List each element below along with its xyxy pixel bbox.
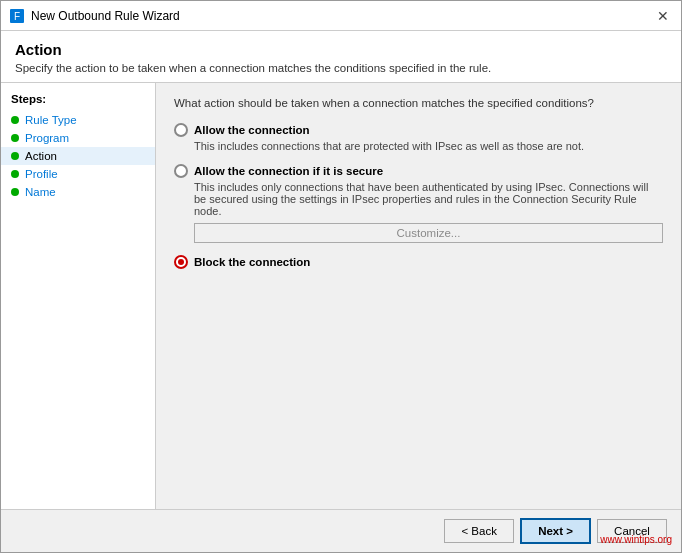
sidebar-item-program[interactable]: Program xyxy=(1,129,155,147)
title-bar-left: F New Outbound Rule Wizard xyxy=(9,8,180,24)
option-allow-secure-row: Allow the connection if it is secure xyxy=(174,164,663,178)
sidebar-label-rule-type: Rule Type xyxy=(25,114,77,126)
step-dot-name xyxy=(11,188,19,196)
radio-block[interactable] xyxy=(174,255,188,269)
main-content: Steps: Rule Type Program Action Profile xyxy=(1,83,681,509)
radio-allow-secure[interactable] xyxy=(174,164,188,178)
option-block: Block the connection xyxy=(174,255,663,272)
wizard-icon: F xyxy=(9,8,25,24)
page-title: Action xyxy=(15,41,667,58)
page-description: Specify the action to be taken when a co… xyxy=(15,62,667,74)
footer: < Back Next > Cancel xyxy=(1,509,681,552)
option-group: Allow the connection This includes conne… xyxy=(174,123,663,272)
option-allow-secure: Allow the connection if it is secure Thi… xyxy=(174,164,663,243)
title-bar: F New Outbound Rule Wizard ✕ xyxy=(1,1,681,31)
sidebar-label-program: Program xyxy=(25,132,69,144)
option-allow-secure-label: Allow the connection if it is secure xyxy=(194,165,383,177)
step-dot-action xyxy=(11,152,19,160)
next-button[interactable]: Next > xyxy=(520,518,591,544)
question-text: What action should be taken when a conne… xyxy=(174,97,663,109)
back-button[interactable]: < Back xyxy=(444,519,514,543)
steps-label: Steps: xyxy=(1,93,155,111)
page-header: Action Specify the action to be taken wh… xyxy=(1,31,681,83)
cancel-button[interactable]: Cancel xyxy=(597,519,667,543)
option-allow-label: Allow the connection xyxy=(194,124,310,136)
sidebar-label-name: Name xyxy=(25,186,56,198)
window-title: New Outbound Rule Wizard xyxy=(31,9,180,23)
option-allow-desc: This includes connections that are prote… xyxy=(194,140,663,152)
sidebar-item-action[interactable]: Action xyxy=(1,147,155,165)
content-area: What action should be taken when a conne… xyxy=(156,83,681,509)
option-block-label: Block the connection xyxy=(194,256,310,268)
option-allow-row: Allow the connection xyxy=(174,123,663,137)
option-block-row: Block the connection xyxy=(174,255,663,269)
sidebar-item-rule-type[interactable]: Rule Type xyxy=(1,111,155,129)
step-dot-program xyxy=(11,134,19,142)
option-allow: Allow the connection This includes conne… xyxy=(174,123,663,152)
wizard-window: F New Outbound Rule Wizard ✕ Action Spec… xyxy=(0,0,682,553)
step-dot-profile xyxy=(11,170,19,178)
sidebar-label-action: Action xyxy=(25,150,57,162)
option-allow-secure-desc: This includes only connections that have… xyxy=(194,181,663,217)
sidebar-item-name[interactable]: Name xyxy=(1,183,155,201)
sidebar: Steps: Rule Type Program Action Profile xyxy=(1,83,156,509)
svg-text:F: F xyxy=(14,11,20,22)
customize-button[interactable]: Customize... xyxy=(194,223,663,243)
sidebar-item-profile[interactable]: Profile xyxy=(1,165,155,183)
radio-allow[interactable] xyxy=(174,123,188,137)
close-button[interactable]: ✕ xyxy=(653,6,673,26)
sidebar-label-profile: Profile xyxy=(25,168,58,180)
step-dot-rule-type xyxy=(11,116,19,124)
